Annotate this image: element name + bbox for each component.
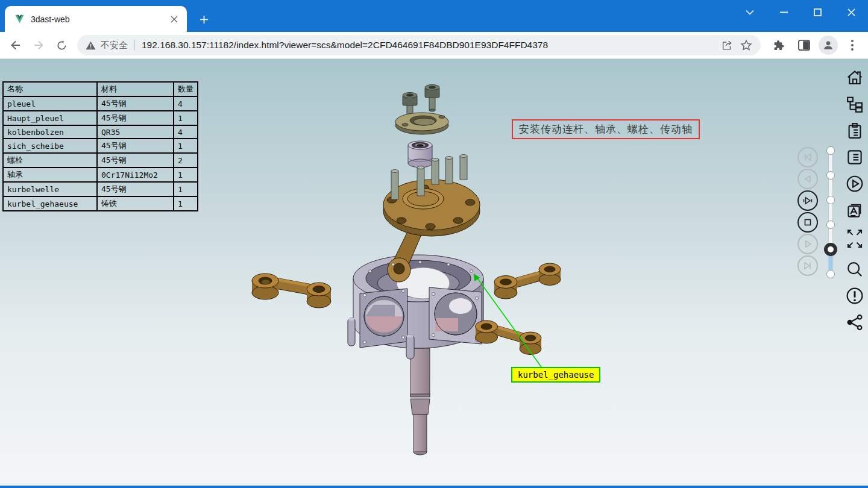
profile-avatar[interactable] — [819, 36, 838, 55]
part-crankshaft[interactable] — [410, 348, 430, 455]
bom-header-material: 材料 — [97, 82, 174, 96]
fit-view-arrows-icon[interactable] — [844, 227, 865, 253]
bom-row: kolbenbolzenQR354 — [3, 125, 198, 139]
viewer-canvas[interactable]: 名称 材料 数量 pleuel45号钢4Haupt_pleuel45号钢1kol… — [0, 58, 868, 486]
part-rod-lower-right[interactable] — [476, 321, 542, 355]
part-name-label[interactable]: kurbel_gehaeuse — [511, 367, 600, 383]
step-dot-1[interactable] — [826, 146, 835, 155]
window-bottom-border — [0, 486, 868, 488]
step-dot-3[interactable] — [826, 196, 835, 204]
browser-tab[interactable]: 3dast-web — [5, 6, 187, 32]
detail-list-icon[interactable] — [844, 147, 865, 167]
browser-menu-kebab-icon[interactable] — [841, 34, 863, 56]
bom-row: kurbel_gehaeuse铸铁1 — [3, 196, 198, 211]
bom-row: 轴承0Cr17Ni12Mo21 — [3, 167, 198, 182]
address-separator — [134, 40, 134, 51]
browser-titlebar: 3dast-web — [0, 0, 868, 32]
window-controls — [733, 0, 868, 24]
clipboard-list-icon[interactable] — [844, 120, 865, 141]
part-rod-upper-right[interactable] — [494, 263, 561, 299]
vue-favicon-icon — [14, 14, 25, 23]
animation-playback-controls — [797, 147, 818, 276]
step-dot-6[interactable] — [826, 270, 835, 278]
stop-button[interactable] — [797, 212, 818, 233]
browser-window: 3dast-web — [0, 0, 868, 488]
bom-table: 名称 材料 数量 pleuel45号钢4Haupt_pleuel45号钢1kol… — [2, 81, 198, 211]
forward-button[interactable] — [28, 34, 49, 56]
structure-tree-icon[interactable] — [844, 94, 865, 114]
bom-header-name: 名称 — [3, 82, 97, 96]
side-panel-icon[interactable] — [793, 34, 815, 56]
address-bar[interactable]: 不安全 192.168.30.157:11182/index.html?view… — [77, 35, 761, 55]
skip-to-end-button[interactable] — [797, 255, 818, 276]
not-secure-warning-icon — [86, 41, 96, 50]
tab-close-icon[interactable] — [168, 13, 181, 26]
skip-to-start-button[interactable] — [797, 147, 818, 167]
step-dot-2[interactable] — [826, 171, 835, 180]
part-bearing[interactable] — [408, 141, 432, 167]
tab-search-chevron-icon[interactable] — [733, 0, 767, 24]
security-label[interactable]: 不安全 — [101, 40, 128, 51]
toolbar-right-icons — [766, 34, 863, 56]
assembly-step-annotation: 安装传动连杆、轴承、螺栓、传动轴 — [512, 119, 700, 139]
play-animation-icon[interactable] — [844, 174, 865, 194]
bom-row: 螺栓45号钢2 — [3, 153, 198, 167]
step-dot-current[interactable] — [824, 243, 837, 256]
step-play-button[interactable] — [797, 190, 818, 211]
url-text[interactable]: 192.168.30.157:11182/index.html?viewer=s… — [142, 40, 717, 51]
window-maximize-icon[interactable] — [800, 0, 834, 24]
new-tab-button[interactable] — [195, 11, 212, 28]
bom-row: sich_scheibe45号钢1 — [3, 139, 198, 153]
part-bolt-right[interactable] — [425, 85, 439, 112]
viewer-tool-column — [843, 67, 866, 333]
bom-row: kurbelwelle45号钢1 — [3, 182, 198, 196]
part-washer[interactable] — [395, 113, 448, 134]
play-button[interactable] — [797, 234, 818, 254]
annotation-label-icon[interactable] — [844, 200, 865, 221]
bookmark-star-icon[interactable] — [737, 36, 756, 55]
window-close-icon[interactable] — [834, 0, 868, 24]
extensions-puzzle-icon[interactable] — [768, 34, 790, 56]
part-rod-left[interactable] — [252, 274, 331, 308]
home-view-icon[interactable] — [844, 67, 865, 88]
zoom-search-icon[interactable] — [844, 259, 865, 280]
assembly-step-slider[interactable] — [820, 143, 841, 288]
bom-row: Haupt_pleuel45号钢1 — [3, 111, 198, 125]
bom-row: pleuel45号钢4 — [3, 96, 198, 111]
bom-header-quantity: 数量 — [174, 82, 198, 96]
step-back-button[interactable] — [797, 169, 818, 189]
reload-button[interactable] — [51, 34, 72, 56]
back-button[interactable] — [5, 34, 27, 56]
share-network-icon[interactable] — [844, 312, 865, 333]
bom-table-body: pleuel45号钢4Haupt_pleuel45号钢1kolbenbolzen… — [3, 96, 198, 211]
exclamation-info-icon[interactable] — [844, 286, 865, 306]
window-minimize-icon[interactable] — [767, 0, 800, 24]
step-dot-4[interactable] — [826, 221, 835, 229]
tab-title: 3dast-web — [31, 14, 168, 24]
browser-toolbar: 不安全 192.168.30.157:11182/index.html?view… — [0, 32, 868, 58]
share-page-icon[interactable] — [717, 36, 737, 55]
bom-header-row: 名称 材料 数量 — [3, 82, 198, 96]
